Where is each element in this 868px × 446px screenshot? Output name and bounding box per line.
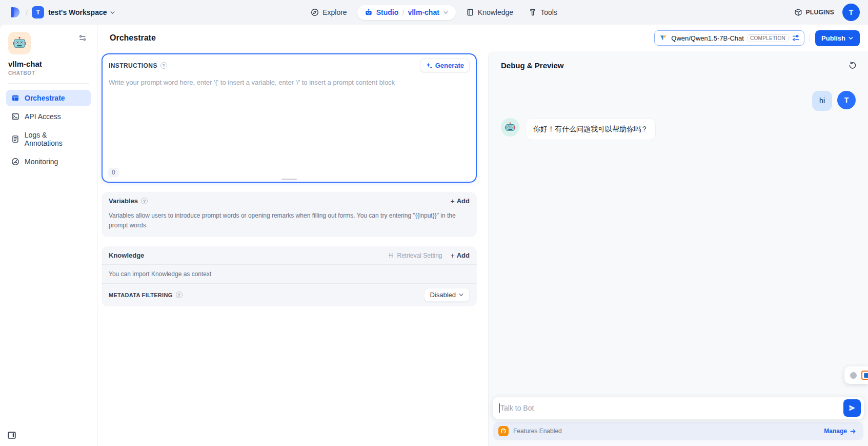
sidebar-item-api-access[interactable]: API Access — [6, 108, 91, 125]
sidebar-item-label: API Access — [25, 112, 61, 121]
prompt-editor[interactable] — [103, 74, 476, 163]
robot-emoji-icon — [12, 36, 27, 50]
metadata-filtering-select[interactable]: Disabled — [424, 288, 470, 302]
gray-dot-icon — [850, 372, 857, 379]
sidebar-app-type-badge: CHATBOT — [8, 70, 89, 76]
help-icon[interactable]: ? — [176, 292, 183, 298]
plugins-icon — [794, 8, 802, 16]
gauge-icon — [11, 158, 19, 166]
plus-icon: + — [451, 252, 455, 259]
model-mode-badge: COMPLETION — [747, 34, 789, 42]
variables-title: Variables — [109, 197, 138, 205]
debug-preview-panel: Debug & Preview hi T — [488, 51, 868, 446]
breadcrumb-separator: / — [402, 8, 404, 17]
chat-message-list: hi T — [489, 75, 868, 397]
nav-studio-current[interactable]: Studio / vllm-chat — [357, 5, 456, 20]
text-caret — [499, 403, 500, 413]
model-name: Qwen/Qwen1.5-7B-Chat — [671, 34, 744, 42]
instructions-panel: INSTRUCTIONS ? Generate 0 — [102, 53, 477, 183]
instructions-title: INSTRUCTIONS — [109, 62, 157, 69]
add-knowledge-label: Add — [457, 251, 470, 259]
collapse-sidebar-button[interactable] — [7, 431, 16, 440]
add-variable-label: Add — [457, 197, 470, 205]
sidebar-item-logs-annotations[interactable]: Logs & Annotations — [6, 127, 91, 151]
sidebar-divider — [8, 83, 89, 84]
workspace-name: test's Workspace — [48, 8, 107, 16]
restart-conversation-button[interactable] — [846, 59, 859, 71]
help-icon[interactable]: ? — [141, 198, 148, 204]
model-settings-icon[interactable] — [792, 34, 800, 42]
chat-input[interactable] — [500, 404, 843, 412]
nav-tools[interactable]: Tools — [523, 5, 562, 20]
nav-tools-label: Tools — [540, 8, 557, 16]
document-icon — [11, 135, 19, 143]
features-bar: Features Enabled Manage — [493, 422, 863, 440]
retrieval-setting-label: Retrieval Setting — [397, 252, 442, 259]
nav-explore[interactable]: Explore — [306, 5, 352, 20]
breadcrumb-separator: / — [26, 8, 28, 17]
generate-label: Generate — [435, 62, 464, 69]
publish-button[interactable]: Publish — [815, 30, 860, 46]
sliders-icon — [78, 34, 87, 42]
retrieval-setting-button[interactable]: Retrieval Setting — [388, 252, 442, 259]
chevron-down-icon — [848, 35, 854, 41]
sidebar-item-label: Logs & Annotations — [25, 131, 86, 147]
terminal-icon — [11, 112, 19, 121]
plugins-label: PLUGINS — [806, 9, 834, 16]
user-avatar[interactable]: T — [842, 4, 860, 21]
nav-knowledge[interactable]: Knowledge — [461, 5, 518, 20]
variables-section: Variables ? + Add Variables allow users … — [102, 192, 477, 237]
app-avatar[interactable] — [8, 32, 31, 54]
sidebar-item-monitoring[interactable]: Monitoring — [6, 153, 91, 170]
workspace-avatar[interactable]: T — [32, 6, 44, 18]
sidebar-item-label: Orchestrate — [25, 94, 65, 102]
panel-right-icon — [7, 431, 16, 440]
tools-icon — [529, 8, 537, 16]
extension-icon — [861, 371, 868, 380]
resize-handle[interactable] — [281, 179, 297, 180]
explore-icon — [311, 8, 319, 16]
add-knowledge-button[interactable]: + Add — [451, 251, 470, 259]
page-title: Orchestrate — [110, 33, 156, 43]
main-nav: Explore Studio / vllm-chat Knowledge Too… — [306, 5, 562, 20]
add-variable-button[interactable]: + Add — [451, 197, 470, 205]
nav-explore-label: Explore — [322, 8, 347, 16]
plus-icon: + — [451, 198, 455, 205]
manage-label: Manage — [824, 428, 847, 435]
rotate-ccw-icon — [849, 61, 857, 69]
sidebar-app-name: vllm-chat — [8, 60, 89, 68]
sidebar-item-orchestrate[interactable]: Orchestrate — [6, 90, 91, 106]
floating-extension-widget[interactable] — [844, 366, 868, 384]
metadata-filtering-row: METADATA FILTERING ? Disabled — [102, 284, 477, 306]
bot-message-bubble: 你好！有什么问题我可以帮助你吗？ — [526, 118, 656, 140]
plugins-button[interactable]: PLUGINS — [794, 8, 834, 16]
page-header: Orchestrate Qwen/Qwen1.5-7B-Chat COMPLET… — [97, 25, 868, 51]
chevron-down-icon — [110, 10, 115, 15]
knowledge-title: Knowledge — [109, 251, 144, 259]
workspace-switcher[interactable]: test's Workspace — [48, 8, 115, 16]
manage-features-link[interactable]: Manage — [824, 428, 856, 435]
generate-button[interactable]: Generate — [420, 59, 470, 72]
user-chat-avatar: T — [837, 91, 856, 109]
robot-emoji-icon — [504, 122, 516, 133]
chat-input-area: Features Enabled Manage — [489, 397, 868, 446]
sparkles-icon — [426, 62, 433, 69]
model-selector[interactable]: Qwen/Qwen1.5-7B-Chat COMPLETION — [654, 30, 804, 46]
chat-message-bot: 你好！有什么问题我可以帮助你吗？ — [501, 118, 856, 140]
chevron-down-icon[interactable] — [443, 10, 449, 15]
publish-label: Publish — [821, 34, 845, 42]
nav-knowledge-label: Knowledge — [478, 8, 513, 16]
user-message-bubble: hi — [812, 91, 832, 111]
paper-plane-icon — [848, 404, 856, 412]
features-enabled-label: Features Enabled — [513, 428, 562, 435]
nav-studio-label: Studio — [376, 8, 399, 16]
send-button[interactable] — [843, 399, 861, 417]
app-settings-button[interactable] — [76, 32, 89, 44]
bot-chat-avatar — [501, 118, 519, 137]
help-icon[interactable]: ? — [160, 62, 167, 69]
chat-message-user: hi T — [501, 91, 856, 111]
orchestrate-icon — [11, 94, 19, 102]
knowledge-icon — [466, 8, 474, 16]
app-sidebar: vllm-chat CHATBOT Orchestrate API Access… — [0, 25, 97, 446]
dify-logo-icon[interactable] — [8, 6, 22, 19]
